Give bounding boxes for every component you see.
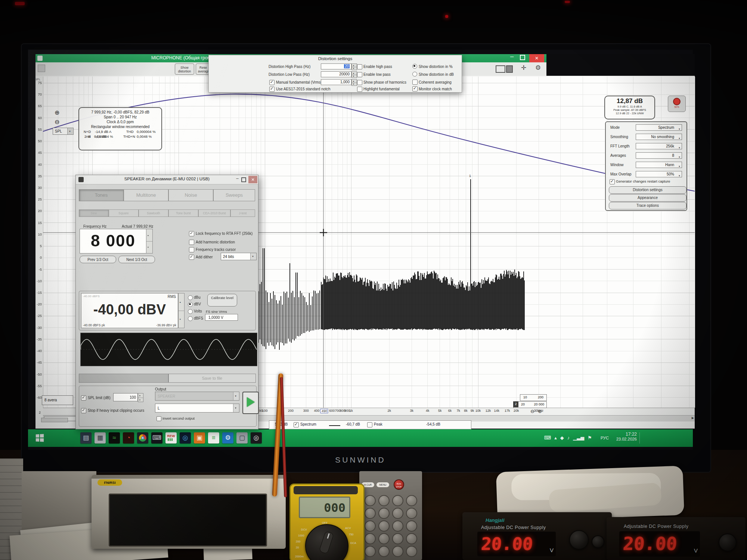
zoom-in-x-icon[interactable]: ⊕ bbox=[538, 408, 542, 414]
generator-titlebar[interactable]: SPEAKER on Динамики (E-MU 0202 | USB) – … bbox=[76, 175, 258, 184]
tab-multitone[interactable]: Multitone bbox=[124, 189, 168, 201]
harmonic-distortion-checkbox[interactable] bbox=[189, 240, 194, 245]
smoothing-select[interactable]: No smoothing bbox=[636, 134, 682, 140]
panel-round-button[interactable] bbox=[406, 495, 417, 506]
psu1-voltage-knob[interactable] bbox=[569, 530, 589, 550]
frequency-spinner[interactable] bbox=[146, 229, 153, 253]
taskbar-app-files[interactable]: ▦ bbox=[94, 432, 106, 444]
taskbar-app-media-blue[interactable]: ◎ bbox=[180, 432, 191, 444]
taskbar-app-camera[interactable]: ◎ bbox=[251, 432, 262, 444]
generator-restart-checkbox[interactable] bbox=[610, 179, 615, 184]
show-distortion-db-radio[interactable] bbox=[412, 72, 417, 77]
panel-round-button[interactable] bbox=[378, 495, 390, 506]
aes17-notch-checkbox[interactable] bbox=[269, 87, 275, 92]
taskbar-app-browser-red[interactable]: ◔ bbox=[123, 432, 134, 444]
panel-round-button[interactable] bbox=[365, 520, 376, 532]
window-select[interactable]: Hann bbox=[636, 162, 682, 168]
appearance-button[interactable]: Appearance bbox=[609, 194, 686, 202]
tray-shield-icon[interactable]: ◆ bbox=[560, 432, 564, 444]
subtab-tone-burst[interactable]: Tone burst bbox=[168, 209, 198, 217]
tab-sweeps[interactable]: Sweeps bbox=[213, 189, 255, 201]
panel-round-button[interactable] bbox=[392, 508, 403, 519]
zoom-out-x-icon[interactable]: ⊖ bbox=[530, 408, 534, 414]
minimize-icon[interactable]: ─ bbox=[510, 54, 514, 59]
peak-checkbox[interactable] bbox=[367, 422, 372, 427]
tab-noise[interactable]: Noise bbox=[168, 189, 213, 201]
taskbar-app-settings-gear[interactable]: ⚙ bbox=[222, 432, 233, 444]
low-pass-field[interactable]: 20000 bbox=[321, 71, 351, 77]
panel-round-button[interactable] bbox=[378, 533, 390, 544]
subtab-sine[interactable]: Sine bbox=[79, 209, 109, 217]
volts-radio[interactable] bbox=[188, 309, 193, 314]
panel-round-button[interactable] bbox=[392, 533, 403, 544]
close-icon[interactable]: ✕ bbox=[529, 54, 544, 62]
manual-fundamental-spinner[interactable] bbox=[351, 79, 357, 86]
run-stop-button[interactable]: RUN STOP bbox=[394, 479, 404, 490]
tray-network-icon[interactable]: ▁▃▅ bbox=[573, 432, 584, 444]
tracks-cursor-checkbox[interactable] bbox=[189, 247, 194, 252]
mode-select[interactable]: Spectrum bbox=[636, 124, 682, 131]
trace-options-button[interactable]: Trace options bbox=[609, 202, 686, 209]
next-third-oct-button[interactable]: Next 1/3 Oct bbox=[118, 256, 155, 263]
taskbar-app-keyboard[interactable]: ⌨ bbox=[151, 432, 162, 444]
calibrate-level-button[interactable]: Calibrate level bbox=[207, 294, 237, 307]
subtab-jtest[interactable]: J-test bbox=[230, 209, 255, 217]
taskbar-app-explorer[interactable]: ▤ bbox=[80, 432, 92, 444]
taskbar-app-audio-editor[interactable]: ≈ bbox=[109, 432, 120, 444]
monitor-clock-checkbox[interactable] bbox=[412, 86, 418, 91]
panel-round-button[interactable] bbox=[406, 533, 417, 544]
gear-icon[interactable]: ⚙ bbox=[535, 64, 541, 72]
play-button[interactable] bbox=[242, 392, 259, 414]
max-overlap-select[interactable]: 50% bbox=[636, 171, 682, 177]
high-pass-field[interactable]: 20 bbox=[321, 63, 351, 69]
show-distortion-pct-radio[interactable] bbox=[412, 64, 417, 69]
panel-round-button[interactable] bbox=[378, 546, 390, 557]
output-channel-select[interactable]: L bbox=[155, 404, 239, 413]
spl-limit-checkbox[interactable] bbox=[81, 395, 86, 401]
low-pass-spinner[interactable] bbox=[351, 71, 357, 78]
axis-unit-select[interactable]: SPL bbox=[53, 128, 74, 135]
layout-split-icon[interactable] bbox=[506, 65, 513, 73]
dbfs-radio[interactable] bbox=[188, 316, 193, 321]
panel-round-button[interactable] bbox=[406, 546, 417, 557]
psu2-voltage-knob[interactable] bbox=[719, 533, 737, 551]
maximize-icon[interactable] bbox=[520, 55, 525, 60]
panel-round-button[interactable] bbox=[365, 495, 376, 506]
level-display[interactable]: -40.00 dBFS RMS -40,00 dBV -40.00 dBFS p… bbox=[81, 293, 178, 328]
generator-close-icon[interactable]: ✕ bbox=[248, 176, 257, 183]
layout-icon[interactable] bbox=[496, 65, 505, 73]
fft-length-select[interactable]: 256k bbox=[636, 143, 682, 149]
manual-fundamental-checkbox[interactable] bbox=[269, 80, 275, 85]
averages-count-box[interactable]: 8 avera bbox=[42, 395, 73, 405]
tab-tones[interactable]: Tones bbox=[79, 189, 124, 201]
tray-chevron-icon[interactable]: ▴ bbox=[554, 432, 557, 444]
level-spinner[interactable] bbox=[178, 293, 185, 328]
tray-flag-icon[interactable]: ⚑ bbox=[588, 432, 592, 444]
taskbar-app-orange[interactable]: ▣ bbox=[194, 432, 205, 444]
output-device-select[interactable]: SPEAKER bbox=[155, 392, 239, 401]
taskbar-app-gray[interactable]: ▢ bbox=[236, 432, 248, 444]
dbv-radio[interactable] bbox=[188, 302, 193, 307]
panel-round-button[interactable] bbox=[392, 520, 403, 532]
fs-sine-field[interactable]: 1,0000 V bbox=[205, 314, 238, 321]
dither-bits-select[interactable]: 24 bits bbox=[221, 253, 257, 260]
enable-high-pass-checkbox[interactable] bbox=[357, 64, 362, 69]
stop-clipping-checkbox[interactable] bbox=[81, 408, 86, 413]
panel-round-button[interactable] bbox=[392, 546, 403, 557]
clock[interactable]: 17:22 23.02.2026 bbox=[616, 432, 637, 441]
mini-scrollbar[interactable] bbox=[41, 418, 68, 422]
subtab-sawtooth[interactable]: Sawtooth bbox=[139, 209, 168, 217]
panel-round-button[interactable] bbox=[365, 546, 376, 557]
panel-round-button[interactable] bbox=[378, 508, 390, 519]
language-indicator[interactable]: РУС bbox=[601, 429, 609, 447]
record-button[interactable]: 50% bbox=[668, 96, 686, 112]
taskbar-app-chrome[interactable] bbox=[137, 432, 148, 444]
add-dither-checkbox[interactable] bbox=[189, 255, 194, 260]
subtab-cea2010[interactable]: CEA-2010 Burst bbox=[198, 209, 230, 217]
lock-frequency-checkbox[interactable] bbox=[189, 231, 194, 236]
taskbar-app-rew[interactable]: REW bbox=[165, 432, 177, 444]
generate-progress-segment[interactable] bbox=[79, 374, 168, 383]
coherent-averaging-checkbox[interactable] bbox=[412, 80, 418, 85]
psu1-current-knob[interactable] bbox=[592, 535, 604, 548]
spectrum-checkbox[interactable] bbox=[294, 422, 299, 427]
